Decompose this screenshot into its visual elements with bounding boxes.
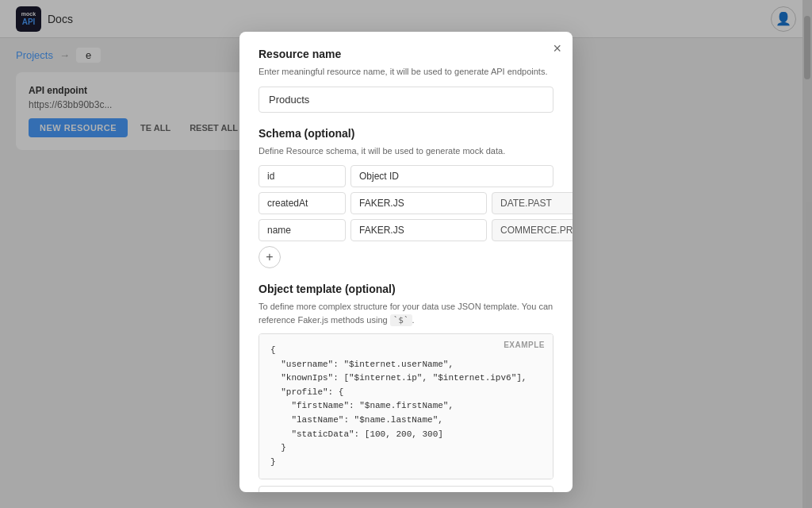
resource-name-input[interactable] [259,87,553,113]
object-template-desc: To define more complex structure for you… [259,300,553,327]
object-template-section: Object template (optional) To define mor… [259,283,553,492]
create-resource-modal: × Resource name Enter meaningful resourc… [239,32,573,492]
schema-field-id-type[interactable] [350,165,553,187]
schema-field-id-name[interactable] [259,165,346,187]
modal-body: Resource name Enter meaningful resource … [239,32,573,492]
schema-title: Schema (optional) [259,127,553,140]
schema-section: Schema (optional) Define Resource schema… [259,127,553,269]
schema-row-name [259,219,553,241]
schema-field-createdat-name[interactable] [259,192,346,214]
example-label: EXAMPLE [504,341,545,349]
json-template-input[interactable] [259,486,553,492]
schema-field-name-type[interactable] [350,219,487,241]
schema-field-createdat-type[interactable] [350,192,487,214]
schema-row-createdat [259,192,553,214]
schema-field-name-name[interactable] [259,219,346,241]
schema-field-name-subtype[interactable] [492,219,573,241]
schema-field-createdat-subtype[interactable] [492,192,573,214]
modal-close-button[interactable]: × [553,41,561,56]
code-example-content: { "username": "$internet.userName", "kno… [259,334,553,479]
code-reference: `$` [390,314,412,326]
modal-overlay: × Resource name Enter meaningful resourc… [0,0,812,508]
plus-icon: + [266,250,273,264]
object-template-title: Object template (optional) [259,283,553,295]
schema-row-id [259,165,553,187]
code-example-box: EXAMPLE { "username": "$internet.userNam… [259,333,553,479]
schema-add-field-button[interactable]: + [259,246,281,268]
resource-name-desc: Enter meaningful resource name, it will … [259,65,553,79]
resource-name-title: Resource name [259,48,553,60]
schema-desc: Define Resource schema, it will be used … [259,144,553,158]
